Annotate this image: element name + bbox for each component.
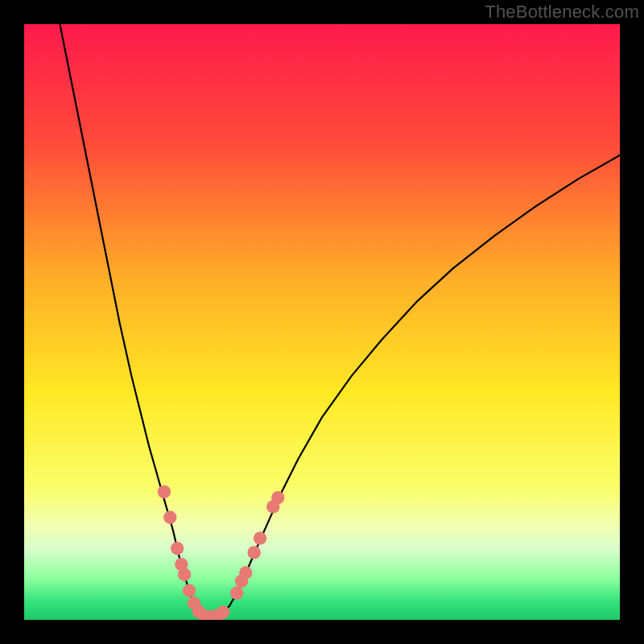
- marker-point: [230, 587, 243, 600]
- chart-frame: [24, 24, 620, 620]
- marker-point: [254, 531, 266, 544]
- marker-point: [239, 566, 252, 579]
- watermark-text: TheBottleneck.com: [485, 2, 639, 23]
- marker-point: [217, 605, 229, 618]
- chart-svg: [24, 24, 620, 620]
- marker-point: [183, 584, 196, 597]
- marker-point: [158, 485, 171, 498]
- marker-point: [271, 491, 284, 504]
- marker-point: [247, 546, 260, 559]
- marker-point: [163, 511, 176, 524]
- chart-background: [24, 24, 620, 620]
- marker-point: [178, 568, 191, 581]
- marker-point: [171, 542, 184, 555]
